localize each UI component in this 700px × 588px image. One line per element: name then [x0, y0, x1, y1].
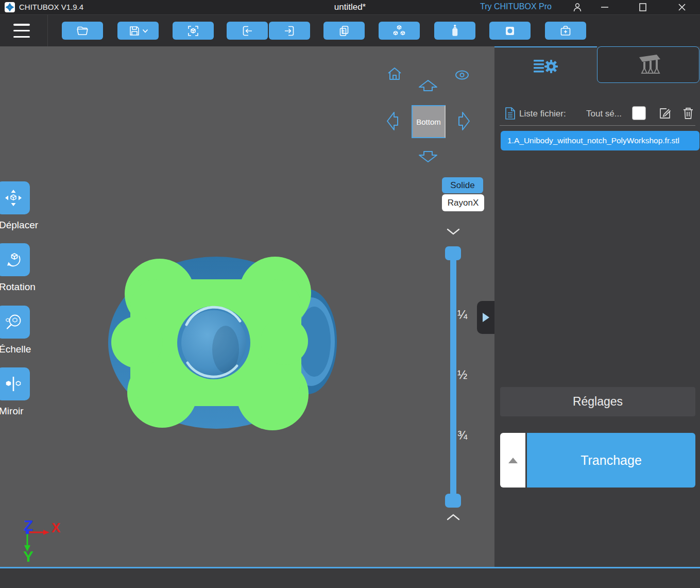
open-folder-icon — [76, 24, 89, 38]
view-cube-face-label: Bottom — [416, 117, 441, 126]
tab-support[interactable] — [597, 46, 699, 83]
slider-mark-threequarter: ¾ — [457, 429, 476, 443]
move-tool-label: Déplacer — [0, 220, 48, 231]
model-bottom-view[interactable] — [108, 257, 337, 430]
clip-slider-handle-top[interactable] — [445, 246, 461, 260]
save-button[interactable] — [117, 22, 159, 40]
clip-slider-track[interactable] — [450, 252, 456, 500]
mirror-tool-button[interactable] — [0, 367, 30, 400]
import-button[interactable] — [227, 22, 268, 40]
clip-slider-handle-bottom[interactable] — [445, 494, 461, 508]
right-panel: Liste fichier: Tout sé... 1.A_Unibody_wi… — [494, 46, 700, 567]
save-dropdown-chevron-icon[interactable] — [142, 28, 148, 33]
dig-hole-icon — [559, 24, 572, 38]
axis-x-label: X — [52, 520, 61, 535]
view-cube[interactable]: Bottom — [412, 105, 446, 138]
file-list-icon — [505, 107, 516, 120]
file-name: 1.A_Unibody_without_notch_PolyWorkshop.f… — [507, 136, 679, 145]
open-file-button[interactable] — [62, 22, 103, 40]
capture-icon — [186, 24, 200, 38]
minimize-button[interactable] — [597, 0, 612, 14]
save-icon — [128, 25, 141, 37]
slider-chevron-down-icon[interactable] — [446, 228, 460, 236]
select-all-checkbox[interactable] — [632, 106, 646, 120]
dig-hole-button[interactable] — [545, 22, 586, 40]
auto-layout-button[interactable] — [379, 22, 420, 40]
axis-y-label: Y — [23, 548, 33, 565]
copy-icon — [337, 24, 351, 38]
settings-button[interactable]: Réglages — [500, 387, 695, 416]
mirror-tool-label: Miroir — [0, 406, 48, 417]
solid-mode-label: Solide — [450, 180, 474, 191]
rotate-tool-button[interactable] — [0, 243, 30, 276]
scale-icon — [4, 312, 23, 332]
tab-slice-settings[interactable] — [494, 46, 597, 85]
hollow-button[interactable] — [489, 22, 531, 40]
export-button[interactable] — [269, 22, 310, 40]
scale-tool-label: Échelle — [0, 344, 48, 355]
right-panel-tabs — [494, 46, 700, 84]
axis-z-label: Z — [24, 517, 33, 534]
import-icon — [241, 24, 254, 38]
titlebar: CHITUBOX V1.9.4 untitled* Try CHITUBOX P… — [0, 0, 700, 14]
xray-mode-label: RayonX — [448, 198, 479, 208]
toolbar-divider — [47, 15, 48, 47]
menu-button[interactable] — [13, 24, 30, 38]
rotate-icon — [4, 250, 23, 270]
rotate-right-arrow[interactable] — [458, 111, 470, 131]
maximize-button[interactable] — [636, 0, 650, 14]
scale-tool-button[interactable] — [0, 306, 30, 339]
rotate-tool-label: Rotation — [0, 281, 48, 293]
rotate-down-arrow[interactable] — [418, 150, 438, 163]
slice-expand-button[interactable] — [500, 433, 525, 488]
document-title: untitled* — [0, 2, 700, 12]
arrange-cubes-icon — [392, 24, 406, 38]
export-icon — [283, 24, 296, 38]
move-tool-button[interactable] — [0, 181, 30, 214]
toolbar — [0, 14, 700, 47]
render-mode-solid-button[interactable]: Solide — [442, 177, 483, 193]
capture-button[interactable] — [173, 22, 214, 40]
flyout-play-icon — [481, 312, 490, 323]
panel-flyout-handle[interactable] — [477, 301, 494, 334]
slice-expand-up-triangle-icon — [508, 458, 518, 463]
close-button[interactable] — [675, 0, 689, 14]
slider-mark-half: ½ — [457, 368, 476, 382]
account-icon[interactable] — [571, 0, 584, 14]
slider-mark-quarter: ¼ — [457, 308, 476, 322]
try-pro-link[interactable]: Try CHITUBOX Pro — [480, 2, 552, 11]
viewport-3d[interactable]: Z X Y Déplacer — [0, 46, 494, 567]
render-mode-xray-button[interactable]: RayonX — [442, 194, 484, 211]
edit-file-icon[interactable] — [658, 107, 672, 120]
settings-button-label: Réglages — [573, 395, 623, 409]
settings-list-gear-icon — [532, 56, 560, 77]
rotate-left-arrow[interactable] — [386, 111, 399, 131]
support-icon — [635, 53, 662, 77]
file-list-label: Liste fichier: — [519, 109, 566, 119]
slider-chevron-up-icon[interactable] — [446, 513, 460, 521]
home-view-icon[interactable] — [387, 67, 402, 80]
slice-button-label: Tranchage — [581, 453, 642, 468]
file-list-item[interactable]: 1.A_Unibody_without_notch_PolyWorkshop.f… — [501, 131, 699, 150]
slice-button[interactable]: Tranchage — [527, 433, 695, 488]
resin-bottle-icon — [448, 24, 462, 38]
resin-button[interactable] — [434, 22, 475, 40]
hollow-icon — [503, 24, 517, 38]
view-visibility-icon[interactable] — [455, 70, 469, 80]
copy-button[interactable] — [323, 22, 365, 40]
file-list-header: Liste fichier: Tout sé... — [494, 105, 700, 125]
select-all-label: Tout sé... — [586, 109, 630, 119]
mirror-icon — [4, 374, 23, 394]
rotate-up-arrow[interactable] — [418, 79, 438, 92]
status-bar — [0, 568, 700, 588]
file-list-divider — [500, 125, 695, 126]
axis-gizmo: Z X Y — [23, 517, 61, 565]
move-icon — [4, 188, 23, 208]
delete-file-icon[interactable] — [682, 106, 694, 120]
